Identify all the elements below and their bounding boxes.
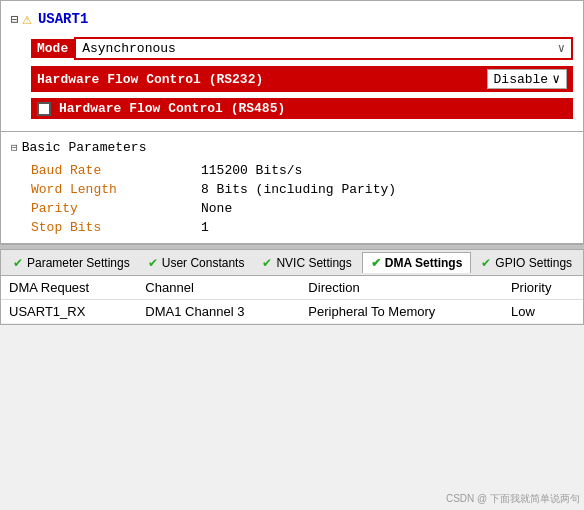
hw-flow-rs232-row: Hardware Flow Control (RS232) Disable ∨ — [31, 66, 573, 92]
param-name-1: Word Length — [31, 182, 181, 197]
dma-table-row-0[interactable]: USART1_RX DMA1 Channel 3 Peripheral To M… — [1, 300, 583, 324]
tab-dma-settings[interactable]: ✔ DMA Settings — [362, 252, 472, 273]
dma-channel-0: DMA1 Channel 3 — [137, 300, 300, 324]
hw-flow-rs485-checkbox[interactable] — [37, 102, 51, 116]
tree-expand-icon[interactable]: ⊟ — [11, 12, 18, 27]
tab-label-1: User Constants — [162, 256, 245, 270]
hw-flow-rs485-label: Hardware Flow Control (RS485) — [59, 101, 285, 116]
params-grid: Baud Rate 115200 Bits/s Word Length 8 Bi… — [31, 163, 573, 235]
mode-select[interactable]: Asynchronous ∨ — [74, 37, 573, 60]
tab-label-2: NVIC Settings — [276, 256, 351, 270]
dma-col-request: DMA Request — [1, 276, 137, 300]
mode-label: Mode — [31, 39, 74, 58]
tab-nvic-settings[interactable]: ✔ NVIC Settings — [254, 253, 359, 273]
section-title: Basic Parameters — [22, 140, 147, 155]
param-value-2: None — [201, 201, 573, 216]
watermark: CSDN @ 下面我就简单说两句 — [446, 492, 580, 506]
hw-flow-rs232-label: Hardware Flow Control (RS232) — [37, 72, 487, 87]
dma-table: DMA Request Channel Direction Priority U… — [1, 276, 583, 324]
tab-label-4: GPIO Settings — [495, 256, 572, 270]
tab-gpio-settings[interactable]: ✔ GPIO Settings — [473, 253, 580, 273]
dma-col-priority: Priority — [503, 276, 583, 300]
dma-table-header-row: DMA Request Channel Direction Priority — [1, 276, 583, 300]
section-header: ⊟ Basic Parameters — [11, 140, 573, 155]
param-value-3: 1 — [201, 220, 573, 235]
collapse-icon[interactable]: ⊟ — [11, 141, 18, 154]
tab-check-1: ✔ — [148, 256, 158, 270]
tab-parameter-settings[interactable]: ✔ Parameter Settings — [5, 253, 138, 273]
usart-header: ⊟ ⚠ USART1 — [11, 9, 573, 29]
mode-dropdown-arrow: ∨ — [558, 41, 565, 56]
warning-icon: ⚠ — [22, 9, 32, 29]
hw-flow-rs232-arrow: ∨ — [552, 71, 560, 87]
param-name-0: Baud Rate — [31, 163, 181, 178]
tab-check-2: ✔ — [262, 256, 272, 270]
tabs-bar: ✔ Parameter Settings ✔ User Constants ✔ … — [1, 250, 583, 276]
tab-user-constants[interactable]: ✔ User Constants — [140, 253, 253, 273]
hw-flow-rs485-row: Hardware Flow Control (RS485) — [31, 98, 573, 119]
dma-col-direction: Direction — [300, 276, 503, 300]
mode-value: Asynchronous — [82, 41, 176, 56]
tab-label-0: Parameter Settings — [27, 256, 130, 270]
param-name-2: Parity — [31, 201, 181, 216]
basic-params-section: ⊟ Basic Parameters Baud Rate 115200 Bits… — [0, 132, 584, 244]
usart-title: USART1 — [38, 11, 88, 27]
param-name-3: Stop Bits — [31, 220, 181, 235]
hw-flow-rs232-select[interactable]: Disable ∨ — [487, 69, 567, 89]
tab-label-3: DMA Settings — [385, 256, 463, 270]
tab-check-4: ✔ — [481, 256, 491, 270]
tab-check-3: ✔ — [371, 256, 381, 270]
dma-col-channel: Channel — [137, 276, 300, 300]
hw-flow-rs232-value-text: Disable — [494, 72, 549, 87]
dma-direction-0: Peripheral To Memory — [300, 300, 503, 324]
dma-priority-0: Low — [503, 300, 583, 324]
usart-config-section: ⊟ ⚠ USART1 Mode Asynchronous ∨ Hardware … — [0, 0, 584, 132]
dma-request-0: USART1_RX — [1, 300, 137, 324]
param-value-1: 8 Bits (including Parity) — [201, 182, 573, 197]
mode-row: Mode Asynchronous ∨ — [31, 37, 573, 60]
param-value-0: 115200 Bits/s — [201, 163, 573, 178]
tab-check-0: ✔ — [13, 256, 23, 270]
bottom-section: ✔ Parameter Settings ✔ User Constants ✔ … — [0, 250, 584, 325]
